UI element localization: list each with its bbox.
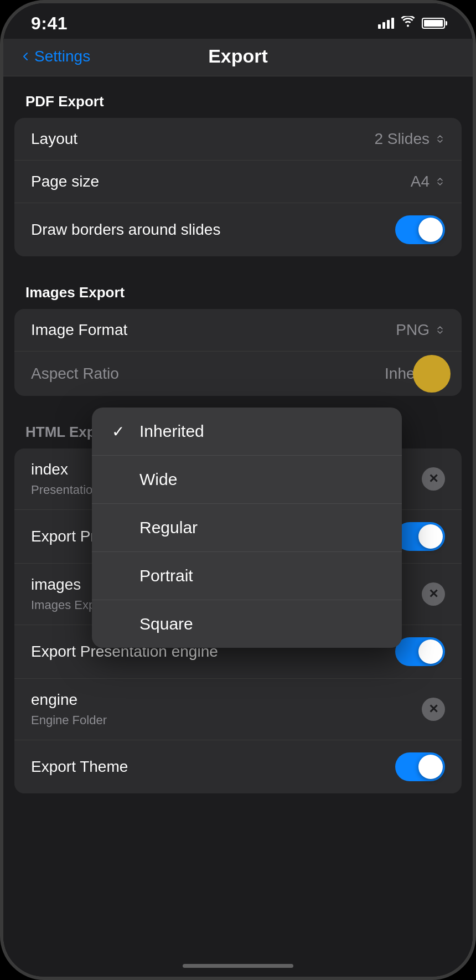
images-folder-clear-button[interactable]: ✕: [422, 582, 445, 606]
chevron-left-icon: [20, 51, 31, 62]
dropdown-label-portrait: Portrait: [139, 566, 193, 585]
draw-borders-label: Draw borders around slides: [31, 221, 220, 239]
toggle-knob-2: [418, 524, 443, 549]
chevron-updown-icon: [435, 134, 445, 144]
clear-icon[interactable]: ✕: [422, 467, 445, 491]
index-clear-button[interactable]: ✕: [422, 467, 445, 491]
phone-inner: 9:41: [3, 3, 473, 977]
layout-value[interactable]: 2 Slides: [374, 130, 445, 148]
export-theme-toggle[interactable]: [395, 752, 445, 781]
status-time: 9:41: [31, 13, 68, 34]
layout-value-text: 2 Slides: [374, 130, 430, 148]
dropdown-label-regular: Regular: [139, 518, 198, 537]
index-label: index: [31, 461, 68, 478]
page-size-value-text: A4: [411, 173, 430, 190]
dropdown-item-regular[interactable]: Regular: [92, 504, 402, 552]
engine-folder-row[interactable]: engine Engine Folder ✕: [14, 679, 462, 740]
aspect-ratio-row[interactable]: Aspect Ratio Inherited: [14, 352, 462, 396]
export-presentation-toggle[interactable]: [395, 522, 445, 551]
clear-icon-2[interactable]: ✕: [422, 582, 445, 606]
battery-icon: [422, 18, 445, 29]
wifi-icon: [401, 16, 415, 30]
export-theme-label: Export Theme: [31, 758, 128, 776]
dropdown-item-wide[interactable]: Wide: [92, 456, 402, 504]
toggle-knob: [418, 218, 443, 242]
engine-folder-sublabel: Engine Folder: [31, 713, 107, 728]
page-size-row[interactable]: Page size A4: [14, 161, 462, 203]
draw-borders-row[interactable]: Draw borders around slides: [14, 203, 462, 256]
layout-label: Layout: [31, 130, 77, 148]
layout-row[interactable]: Layout 2 Slides: [14, 118, 462, 161]
dropdown-item-square[interactable]: Square: [92, 600, 402, 648]
nav-title: Export: [208, 45, 268, 67]
dropdown-label-wide: Wide: [139, 470, 177, 489]
dropdown-item-portrait[interactable]: Portrait: [92, 552, 402, 600]
dropdown-label-square: Square: [139, 615, 193, 633]
toggle-knob-3: [418, 639, 443, 664]
export-theme-row[interactable]: Export Theme: [14, 740, 462, 793]
aspect-ratio-dropdown[interactable]: ✓ Inherited Wide Regular Portrait Square: [92, 408, 402, 648]
dropdown-label-inherited: Inherited: [139, 422, 204, 441]
home-indicator: [183, 964, 293, 968]
battery-fill: [424, 20, 443, 27]
back-label: Settings: [34, 48, 90, 65]
draw-borders-toggle[interactable]: [395, 215, 445, 244]
toggle-knob-4: [418, 755, 443, 779]
page-size-value[interactable]: A4: [411, 173, 445, 190]
checkmark-portrait: [112, 567, 128, 585]
nav-bar: Settings Export: [3, 39, 473, 76]
checkmark-inherited: ✓: [112, 422, 128, 441]
chevron-updown-icon-3: [435, 325, 445, 335]
checkmark-wide: [112, 471, 128, 488]
checkmark-regular: [112, 519, 128, 537]
export-engine-toggle[interactable]: [395, 637, 445, 666]
gold-circle-indicator: [413, 355, 451, 393]
status-icons: [378, 16, 445, 30]
signal-icon: [378, 18, 394, 29]
images-export-group: Image Format PNG Aspect Ratio Inherited: [14, 309, 462, 396]
aspect-ratio-label: Aspect Ratio: [31, 365, 119, 383]
images-folder-label: images: [31, 576, 81, 594]
section-pdf-header: PDF Export: [3, 76, 473, 118]
image-format-value-text: PNG: [396, 321, 430, 339]
clear-icon-3[interactable]: ✕: [422, 698, 445, 721]
dropdown-item-inherited[interactable]: ✓ Inherited: [92, 408, 402, 456]
chevron-updown-icon-2: [435, 177, 445, 187]
section-images-header: Images Export: [3, 267, 473, 309]
image-format-label: Image Format: [31, 321, 127, 339]
pdf-export-group: Layout 2 Slides Page size A4: [14, 118, 462, 256]
back-button[interactable]: Settings: [20, 48, 90, 65]
phone-frame: 9:41: [0, 0, 476, 980]
image-format-value[interactable]: PNG: [396, 321, 445, 339]
engine-folder-clear-button[interactable]: ✕: [422, 698, 445, 721]
engine-folder-label: engine: [31, 691, 77, 709]
status-bar: 9:41: [3, 3, 473, 39]
page-size-label: Page size: [31, 173, 99, 190]
image-format-row[interactable]: Image Format PNG: [14, 309, 462, 352]
checkmark-square: [112, 615, 128, 633]
